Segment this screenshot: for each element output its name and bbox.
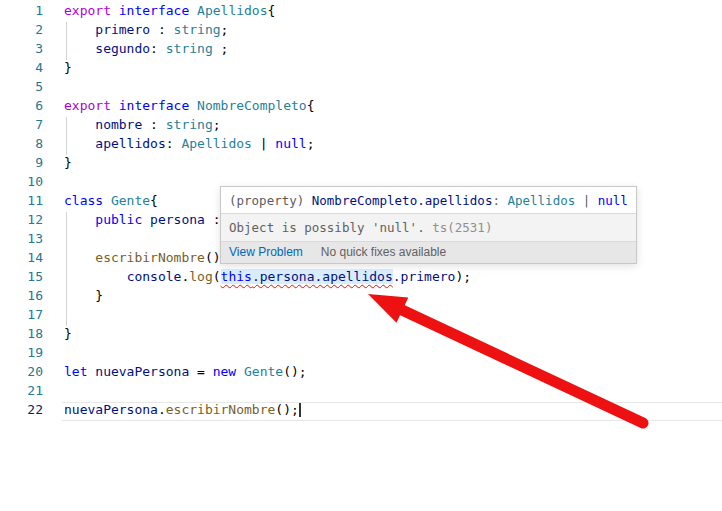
code-token: { bbox=[268, 3, 276, 18]
hover-status-bar: View Problem No quick fixes available bbox=[221, 241, 636, 263]
code-token: class bbox=[64, 193, 103, 208]
code-line-22[interactable]: nuevaPersona.escribirNombre(); bbox=[64, 402, 722, 421]
hover-tooltip: (property) NombreCompleto.apellidos: Ape… bbox=[220, 186, 637, 264]
code-line-1[interactable]: export interface Apellidos{ bbox=[64, 3, 722, 22]
code-token: } bbox=[64, 60, 72, 75]
code-token: NombreCompleto.apellidos bbox=[312, 193, 493, 208]
line-number-14[interactable]: 14 bbox=[0, 250, 43, 269]
error-underlined-code: .persona.apellidos bbox=[252, 269, 393, 284]
code-token: ; bbox=[213, 41, 229, 56]
code-line-19[interactable] bbox=[64, 345, 722, 364]
code-token: interface bbox=[119, 3, 189, 18]
code-line-8[interactable]: apellidos: Apellidos | null; bbox=[64, 136, 722, 155]
code-token: persona bbox=[150, 212, 205, 227]
line-number-9[interactable]: 9 bbox=[0, 155, 43, 174]
code-token: : bbox=[205, 212, 221, 227]
code-token: nombre bbox=[95, 117, 142, 132]
code-token bbox=[142, 212, 150, 227]
code-token bbox=[64, 117, 95, 132]
code-token: public bbox=[95, 212, 142, 227]
code-line-18[interactable]: } bbox=[64, 326, 722, 345]
code-token: nuevaPersona bbox=[95, 364, 189, 379]
code-token: escribirNombre bbox=[95, 250, 205, 265]
code-token bbox=[189, 98, 197, 113]
code-token: : bbox=[166, 136, 182, 151]
line-number-17[interactable]: 17 bbox=[0, 307, 43, 326]
line-number-1[interactable]: 1 bbox=[0, 3, 43, 22]
code-token: (); bbox=[275, 402, 298, 417]
code-line-9[interactable]: } bbox=[64, 155, 722, 174]
line-number-8[interactable]: 8 bbox=[0, 136, 43, 155]
code-token: null bbox=[275, 136, 306, 151]
code-token bbox=[64, 269, 127, 284]
line-number-10[interactable]: 10 bbox=[0, 174, 43, 193]
code-token bbox=[189, 3, 197, 18]
code-token bbox=[64, 22, 95, 37]
line-number-15[interactable]: 15 bbox=[0, 269, 43, 288]
code-line-16[interactable]: } bbox=[64, 288, 722, 307]
hover-signature: (property) NombreCompleto.apellidos: Ape… bbox=[221, 187, 636, 213]
line-number-7[interactable]: 7 bbox=[0, 117, 43, 136]
code-token: let bbox=[64, 364, 87, 379]
code-token bbox=[64, 41, 95, 56]
code-token: NombreCompleto bbox=[197, 98, 307, 113]
code-line-5[interactable] bbox=[64, 79, 722, 98]
code-line-15[interactable]: console.log(this.persona.apellidos.prime… bbox=[64, 269, 722, 288]
view-problem-link[interactable]: View Problem bbox=[229, 245, 303, 259]
code-line-7[interactable]: nombre : string; bbox=[64, 117, 722, 136]
hover-diagnostic: Object is possibly 'null'. ts(2531) bbox=[221, 213, 636, 241]
code-token bbox=[103, 193, 111, 208]
code-line-20[interactable]: let nuevaPersona = new Gente(); bbox=[64, 364, 722, 383]
code-line-21[interactable] bbox=[64, 383, 722, 402]
code-token: nuevaPersona bbox=[64, 402, 158, 417]
code-token: { bbox=[307, 98, 315, 113]
code-token: apellidos bbox=[95, 136, 165, 151]
code-token bbox=[111, 98, 119, 113]
line-number-16[interactable]: 16 bbox=[0, 288, 43, 307]
code-token: primero bbox=[95, 22, 150, 37]
code-line-4[interactable]: } bbox=[64, 60, 722, 79]
line-number-5[interactable]: 5 bbox=[0, 79, 43, 98]
code-token bbox=[111, 3, 119, 18]
code-line-2[interactable]: primero : string; bbox=[64, 22, 722, 41]
code-token: export bbox=[64, 3, 111, 18]
line-number-11[interactable]: 11 bbox=[0, 193, 43, 212]
editor-gutter: 12345678910111213141516171819202122 bbox=[0, 3, 43, 421]
line-number-18[interactable]: 18 bbox=[0, 326, 43, 345]
code-token: string bbox=[174, 22, 221, 37]
code-token: console bbox=[127, 269, 182, 284]
error-underlined-code: this bbox=[221, 269, 252, 284]
line-number-3[interactable]: 3 bbox=[0, 41, 43, 60]
code-token: log bbox=[189, 269, 212, 284]
no-quick-fixes-label: No quick fixes available bbox=[321, 245, 446, 259]
line-number-20[interactable]: 20 bbox=[0, 364, 43, 383]
code-token bbox=[64, 212, 95, 227]
line-number-21[interactable]: 21 bbox=[0, 383, 43, 402]
code-token: segundo bbox=[95, 41, 150, 56]
line-number-13[interactable]: 13 bbox=[0, 231, 43, 250]
code-token bbox=[236, 364, 244, 379]
code-token: (property) bbox=[229, 193, 312, 208]
code-token: Apellidos bbox=[197, 3, 267, 18]
code-token: .primero bbox=[393, 269, 456, 284]
code-token bbox=[64, 250, 95, 265]
code-line-17[interactable] bbox=[64, 307, 722, 326]
line-number-12[interactable]: 12 bbox=[0, 212, 43, 231]
line-number-6[interactable]: 6 bbox=[0, 98, 43, 117]
line-number-22[interactable]: 22 bbox=[0, 402, 43, 421]
code-token: : bbox=[150, 41, 166, 56]
code-token: . bbox=[158, 402, 166, 417]
diagnostic-code: ts(2531) bbox=[432, 220, 492, 235]
code-token: Apellidos bbox=[181, 136, 251, 151]
line-number-2[interactable]: 2 bbox=[0, 22, 43, 41]
code-token: string bbox=[166, 117, 213, 132]
text-cursor bbox=[299, 402, 301, 417]
line-number-4[interactable]: 4 bbox=[0, 60, 43, 79]
code-line-6[interactable]: export interface NombreCompleto{ bbox=[64, 98, 722, 117]
code-line-3[interactable]: segundo: string ; bbox=[64, 41, 722, 60]
code-token: null bbox=[598, 193, 628, 208]
code-token: ); bbox=[455, 269, 471, 284]
code-token: | bbox=[575, 193, 598, 208]
code-token: } bbox=[64, 326, 72, 341]
line-number-19[interactable]: 19 bbox=[0, 345, 43, 364]
